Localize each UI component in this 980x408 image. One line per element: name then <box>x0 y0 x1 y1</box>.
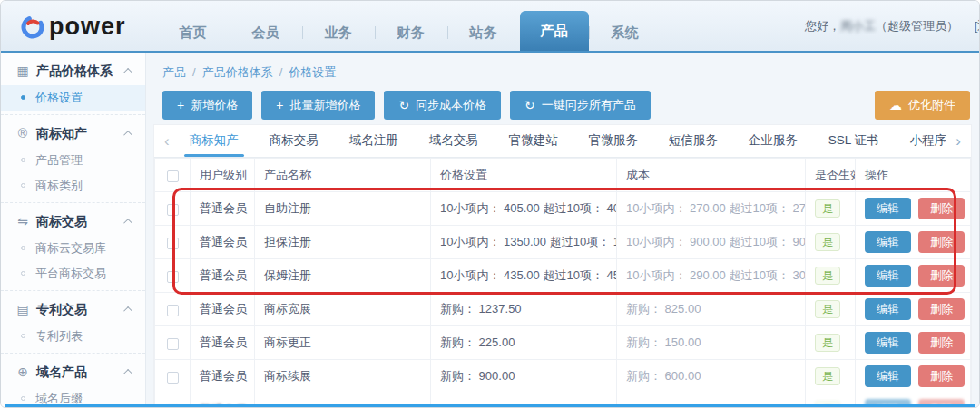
cell-product-name: 商标宽展 <box>255 293 431 326</box>
user-level-text: 普通会员 <box>200 335 247 349</box>
price-text: 10小项内： 1350.00 超过10项： 135.00 <box>440 235 617 248</box>
edit-button[interactable]: 编辑 <box>865 365 911 388</box>
refresh-icon: ↻ <box>398 99 409 112</box>
bullet-icon <box>21 271 25 276</box>
cell-product-name: 商标更正 <box>255 326 431 360</box>
sidebar-item-price-settings[interactable]: 价格设置 <box>1 85 145 111</box>
column-header: 成本 <box>617 159 806 192</box>
tab-domain-register[interactable]: 域名注册 <box>334 125 414 157</box>
nav-item-home[interactable]: 首页 <box>157 15 230 51</box>
row-select-cell <box>155 326 191 360</box>
sidebar-item-product-management[interactable]: 产品管理 <box>1 148 145 173</box>
row-select-cell <box>155 192 191 226</box>
delete-button[interactable]: 删除 <box>918 198 965 220</box>
sidebar-section-head-trademark-trade[interactable]: ⇋商标交易 <box>1 207 145 236</box>
sidebar-item-trademark-cloud-library[interactable]: 商标云交易库 <box>1 236 145 261</box>
cost-text: 10小项内： 900.00 超过10项： 90.00 <box>626 235 806 248</box>
delete-button[interactable]: 删除 <box>918 298 965 321</box>
breadcrumb-item[interactable]: 产品价格体系 <box>202 65 273 79</box>
row-checkbox[interactable] <box>167 271 179 283</box>
tab-enterprise-service[interactable]: 企业服务 <box>733 125 813 157</box>
row-checkbox[interactable] <box>167 305 179 316</box>
user-name: 周小工 <box>840 19 876 33</box>
optimize-attachment-button[interactable]: ☁优化附件 <box>875 91 970 120</box>
edit-button[interactable]: 编辑 <box>865 231 911 254</box>
sidebar-item-trademark-category[interactable]: 商标类别 <box>1 173 145 199</box>
sidebar-item-platform-trademark-trade[interactable]: 平台商标交易 <box>1 261 145 287</box>
sidebar-section-head-trademark-ip[interactable]: ®商标知产 <box>1 119 145 148</box>
user-level-text: 普通会员 <box>200 268 247 282</box>
cell-operations: 编辑删除 <box>856 192 971 226</box>
table-header-row: 用户级别产品名称价格设置成本是否生效操作 <box>155 159 971 192</box>
tabs-scroll-right-icon[interactable]: › <box>951 126 965 157</box>
bullet-icon <box>21 183 25 188</box>
sidebar-section-head-price-system[interactable]: ▦产品价格体系 <box>1 56 145 85</box>
sidebar-item-label: 价格设置 <box>35 91 83 104</box>
nav-item-business[interactable]: 业务 <box>302 15 375 51</box>
delete-button[interactable]: 删除 <box>918 332 965 355</box>
app-logo[interactable]: power <box>19 9 126 44</box>
button-label: 同步成本价格 <box>416 97 486 113</box>
sync-cost-price-button[interactable]: ↻同步成本价格 <box>384 91 501 120</box>
batch-add-price-button[interactable]: +批量新增价格 <box>261 91 375 120</box>
add-price-button[interactable]: +新增价格 <box>162 91 252 120</box>
cell-active: 是 <box>806 360 856 393</box>
select-all-checkbox[interactable] <box>167 170 179 182</box>
tab-weixin-service[interactable]: 官微服务 <box>573 125 653 157</box>
cell-operations: 编辑删除 <box>856 293 971 326</box>
row-checkbox[interactable] <box>167 338 179 350</box>
tab-weixin-site[interactable]: 官微建站 <box>494 125 573 157</box>
nav-item-system[interactable]: 系统 <box>589 15 662 51</box>
edit-button[interactable]: 编辑 <box>865 265 911 287</box>
delete-button[interactable]: 删除 <box>918 365 965 388</box>
cell-price-settings: 10小项内： 435.00 超过10项： 45.00 <box>431 259 617 293</box>
logout-link[interactable]: [退出] <box>975 19 980 33</box>
calculator-icon: ▦ <box>14 63 32 79</box>
edit-button[interactable]: 编辑 <box>865 198 911 220</box>
tab-mini-program[interactable]: 小程序 <box>894 125 951 157</box>
edit-button[interactable]: 编辑 <box>865 298 911 321</box>
sidebar-item-patent-list[interactable]: 专利列表 <box>1 324 145 349</box>
sidebar-section-head-patent-trade[interactable]: ▤专利交易 <box>1 295 145 324</box>
tab-trademark-trade[interactable]: 商标交易 <box>254 125 334 157</box>
row-checkbox[interactable] <box>167 372 179 384</box>
refresh-icon: ↻ <box>524 99 535 112</box>
sidebar-section-label: 产品价格体系 <box>36 63 113 79</box>
nav-item-finance[interactable]: 财务 <box>375 15 447 51</box>
price-table: 用户级别产品名称价格设置成本是否生效操作 普通会员自助注册10小项内： 405.… <box>154 158 971 407</box>
edit-button[interactable]: 编辑 <box>865 332 911 355</box>
cell-product-name: 担保注册 <box>255 226 431 259</box>
sidebar-section-head-domain-products[interactable]: ⊕域名产品 <box>1 357 145 386</box>
breadcrumb-item[interactable]: 产品 <box>162 65 186 79</box>
column-header: 操作 <box>856 159 971 192</box>
cell-user-level: 普通会员 <box>191 226 255 259</box>
cell-user-level: 普通会员 <box>191 259 255 293</box>
tab-ssl-cert[interactable]: SSL 证书 <box>813 125 895 157</box>
user-level-text: 普通会员 <box>200 302 247 316</box>
select-all-cell <box>155 159 191 192</box>
tab-trademark-ip[interactable]: 商标知产 <box>174 125 254 157</box>
tab-domain-trade[interactable]: 域名交易 <box>414 125 494 157</box>
button-label: 一键同步所有产品 <box>542 97 636 113</box>
tabs-scroll-left-icon[interactable]: ‹ <box>160 126 174 157</box>
breadcrumb-item[interactable]: 价格设置 <box>289 65 336 79</box>
column-header: 是否生效 <box>806 159 856 192</box>
nav-item-members[interactable]: 会员 <box>230 15 302 51</box>
sidebar-item-label: 商标云交易库 <box>35 241 106 255</box>
cell-cost: 新购： 150.00 <box>617 326 806 360</box>
sync-all-products-button[interactable]: ↻一键同步所有产品 <box>510 91 651 120</box>
row-checkbox[interactable] <box>167 204 179 216</box>
nav-item-products[interactable]: 产品 <box>520 11 589 51</box>
nav-item-site[interactable]: 站务 <box>447 15 520 51</box>
cell-price-settings: 新购： 1237.50 <box>431 293 617 326</box>
cell-price-settings: 10小项内： 1350.00 超过10项： 135.00 <box>431 226 617 259</box>
breadcrumb: 产品/产品价格体系/价格设置 <box>146 53 979 81</box>
product-name-text: 保姆注册 <box>264 268 311 282</box>
cell-product-name: 保姆注册 <box>255 259 431 293</box>
delete-button[interactable]: 删除 <box>918 231 965 254</box>
row-checkbox[interactable] <box>167 238 179 249</box>
tab-sms-service[interactable]: 短信服务 <box>653 125 733 157</box>
delete-button[interactable]: 删除 <box>918 265 965 287</box>
registered-icon: ® <box>14 125 32 141</box>
price-text: 新购： 1237.50 <box>440 302 522 316</box>
